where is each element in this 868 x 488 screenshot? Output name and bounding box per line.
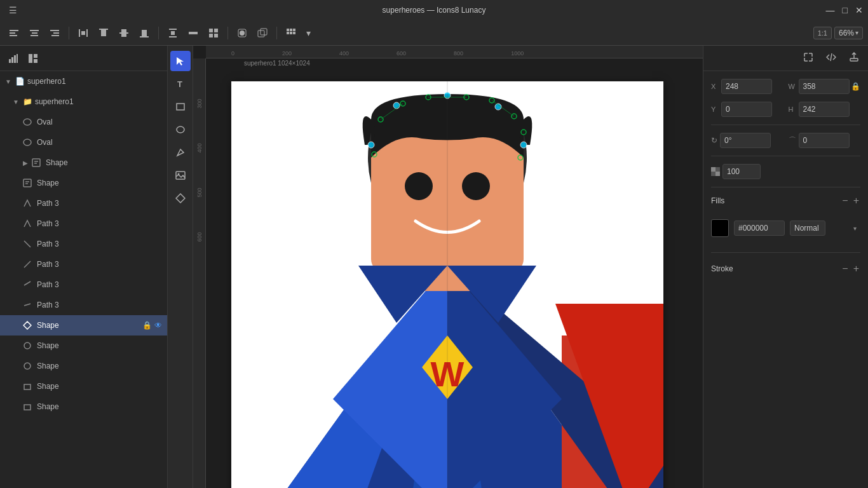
svg-rect-98 xyxy=(715,172,720,176)
distribute-h-button[interactable] xyxy=(74,25,92,41)
fill-hex-input[interactable] xyxy=(734,220,785,236)
ruler-v-500: 500 xyxy=(196,187,203,197)
layer-shape-selected[interactable]: Shape 🔒 👁 xyxy=(0,315,167,336)
stroke-plus-button[interactable]: + xyxy=(852,263,860,274)
svg-point-88 xyxy=(393,102,400,109)
fills-minus-button[interactable]: − xyxy=(841,195,849,207)
ellipse-tool[interactable] xyxy=(170,119,191,140)
maximize-button[interactable]: □ xyxy=(843,5,848,15)
toolbar-sep-4 xyxy=(276,27,277,39)
svg-rect-40 xyxy=(29,54,32,63)
svg-rect-38 xyxy=(14,55,16,63)
path1-icon xyxy=(23,199,32,208)
layer-path6[interactable]: Path 3 xyxy=(0,295,167,315)
lock-icon[interactable]: 🔒 xyxy=(142,321,152,330)
layer-root[interactable]: ▼ 📄 superhero1 xyxy=(0,71,167,92)
fill-color-swatch[interactable] xyxy=(711,219,729,237)
layer-folder[interactable]: ▼ 📁 superhero1 xyxy=(0,92,167,112)
svg-rect-19 xyxy=(169,36,177,37)
ruler-0: 0 xyxy=(231,50,234,57)
grid-button[interactable] xyxy=(282,25,300,41)
prop-divider-3 xyxy=(711,187,860,187)
position-row: X W 🔒 xyxy=(711,79,860,94)
shape6-icon xyxy=(23,402,32,411)
layer-shape3[interactable]: Shape xyxy=(0,336,167,356)
sidebar-chart-button[interactable] xyxy=(5,51,22,65)
svg-rect-41 xyxy=(34,54,37,58)
align-top-button[interactable] xyxy=(95,25,112,41)
layer-path5[interactable]: Path 3 xyxy=(0,274,167,295)
titlebar-title: superheroes — Icons8 Lunacy xyxy=(383,6,486,15)
layer-path4[interactable]: Path 3 xyxy=(0,254,167,274)
h-group: H xyxy=(789,102,861,117)
layer-shape2[interactable]: Shape xyxy=(0,173,167,193)
ruler-v-300: 300 xyxy=(196,98,203,108)
opacity-input[interactable] xyxy=(722,164,761,179)
align-center-button[interactable] xyxy=(25,25,43,41)
opacity-group xyxy=(711,164,860,179)
pen-tool[interactable] xyxy=(170,142,191,163)
zoom-ratio-button[interactable]: 1:1 xyxy=(813,27,832,39)
fills-header: Fills − + xyxy=(711,195,860,207)
close-button[interactable]: ✕ xyxy=(855,5,863,15)
layer-shape4[interactable]: Shape xyxy=(0,356,167,376)
layer-shape5[interactable]: Shape xyxy=(0,376,167,396)
align-middle-button[interactable] xyxy=(115,25,133,41)
layer-shape-group[interactable]: ▶ Shape xyxy=(0,152,167,173)
component-tool[interactable] xyxy=(170,188,191,208)
w-input[interactable] xyxy=(799,79,850,94)
fill-blend-select[interactable]: Normal Multiply Screen Overlay Darken Li… xyxy=(790,220,825,236)
stroke-actions: − + xyxy=(841,263,860,274)
svg-rect-32 xyxy=(293,29,295,31)
layer-oval1[interactable]: Oval xyxy=(0,112,167,132)
toolbar: ▾ 1:1 66% ▾ xyxy=(0,20,868,46)
clip-button[interactable] xyxy=(254,25,271,41)
svg-rect-53 xyxy=(24,384,31,390)
fills-plus-button[interactable]: + xyxy=(852,195,860,207)
x-input[interactable] xyxy=(721,79,772,94)
code-button[interactable] xyxy=(822,50,840,67)
select-tool[interactable] xyxy=(170,51,191,71)
lock-proportions-icon[interactable]: 🔒 xyxy=(851,82,860,91)
image-tool[interactable] xyxy=(170,165,191,186)
svg-point-52 xyxy=(24,363,31,369)
toolbar-sep-2 xyxy=(158,27,159,39)
align-left-button[interactable] xyxy=(5,25,23,41)
path6-icon xyxy=(23,301,32,309)
layer-shape6[interactable]: Shape xyxy=(0,396,167,417)
svg-rect-15 xyxy=(121,29,126,37)
minimize-button[interactable]: — xyxy=(826,5,835,15)
h-input[interactable] xyxy=(799,102,850,117)
expand-panel-button[interactable] xyxy=(799,50,817,67)
mask-button[interactable] xyxy=(233,25,251,41)
layer-oval2[interactable]: Oval xyxy=(0,132,167,152)
corner-input[interactable] xyxy=(799,133,850,148)
rectangle-tool[interactable] xyxy=(170,97,191,117)
rotation-row: ↻ ⌒ xyxy=(711,133,860,148)
svg-rect-9 xyxy=(79,29,80,37)
menu-icon[interactable]: ☰ xyxy=(5,3,21,18)
export-button[interactable] xyxy=(845,50,863,67)
sidebar-panel-button[interactable] xyxy=(24,51,42,66)
svg-rect-11 xyxy=(81,31,85,35)
svg-rect-1 xyxy=(10,32,15,34)
stretch-button[interactable] xyxy=(184,25,202,41)
rotation-input[interactable] xyxy=(720,133,771,148)
canvas-content[interactable]: W xyxy=(206,58,703,488)
distribute-v-button[interactable] xyxy=(164,25,182,41)
text-tool[interactable]: T xyxy=(170,74,191,94)
svg-rect-4 xyxy=(32,32,37,34)
ruler-600: 600 xyxy=(397,50,406,57)
align-bottom-button[interactable] xyxy=(135,25,153,41)
zoom-dropdown-button[interactable]: ▾ xyxy=(855,29,858,36)
layer-path3[interactable]: Path 3 xyxy=(0,234,167,254)
y-input[interactable] xyxy=(721,102,772,117)
layer-path2[interactable]: Path 3 xyxy=(0,214,167,234)
tile-button[interactable] xyxy=(205,25,222,41)
align-right-button[interactable] xyxy=(46,25,64,41)
svg-rect-8 xyxy=(51,35,59,36)
stroke-minus-button[interactable]: − xyxy=(841,263,849,274)
visibility-icon[interactable]: 👁 xyxy=(154,321,162,330)
layer-path1[interactable]: Path 3 xyxy=(0,193,167,214)
grid-dropdown-button[interactable]: ▾ xyxy=(302,25,315,41)
